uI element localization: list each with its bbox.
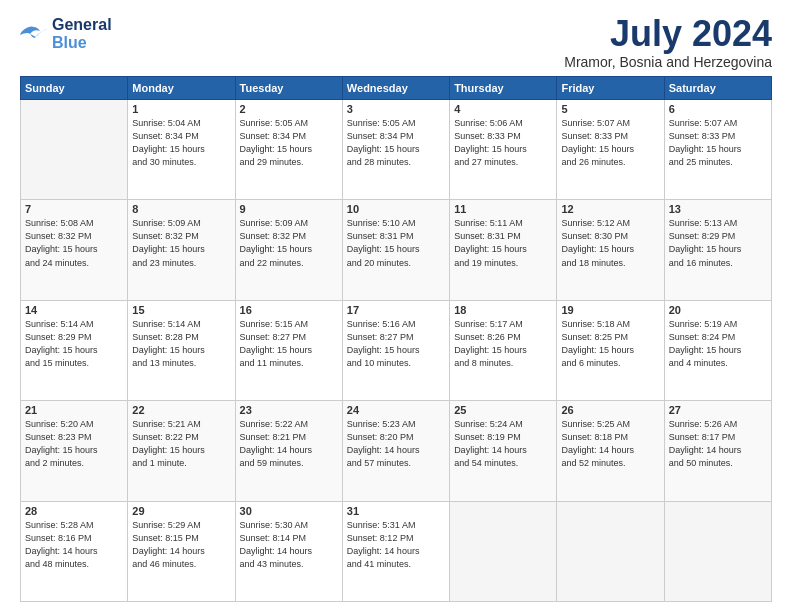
day-number: 24 (347, 404, 445, 416)
weekday-header-saturday: Saturday (664, 77, 771, 100)
day-info: Sunrise: 5:12 AM Sunset: 8:30 PM Dayligh… (561, 217, 659, 269)
day-info: Sunrise: 5:09 AM Sunset: 8:32 PM Dayligh… (240, 217, 338, 269)
day-number: 9 (240, 203, 338, 215)
day-info: Sunrise: 5:30 AM Sunset: 8:14 PM Dayligh… (240, 519, 338, 571)
day-info: Sunrise: 5:07 AM Sunset: 8:33 PM Dayligh… (561, 117, 659, 169)
day-number: 20 (669, 304, 767, 316)
weekday-header-wednesday: Wednesday (342, 77, 449, 100)
day-number: 3 (347, 103, 445, 115)
calendar-cell: 23Sunrise: 5:22 AM Sunset: 8:21 PM Dayli… (235, 401, 342, 501)
day-number: 13 (669, 203, 767, 215)
day-number: 15 (132, 304, 230, 316)
calendar-cell: 29Sunrise: 5:29 AM Sunset: 8:15 PM Dayli… (128, 501, 235, 601)
logo-icon (20, 23, 48, 45)
calendar-cell: 14Sunrise: 5:14 AM Sunset: 8:29 PM Dayli… (21, 300, 128, 400)
logo-text: General Blue (52, 16, 112, 52)
calendar-week-3: 14Sunrise: 5:14 AM Sunset: 8:29 PM Dayli… (21, 300, 772, 400)
calendar-cell: 4Sunrise: 5:06 AM Sunset: 8:33 PM Daylig… (450, 100, 557, 200)
calendar-cell: 17Sunrise: 5:16 AM Sunset: 8:27 PM Dayli… (342, 300, 449, 400)
day-number: 7 (25, 203, 123, 215)
title-block: July 2024 Mramor, Bosnia and Herzegovina (564, 16, 772, 70)
day-info: Sunrise: 5:23 AM Sunset: 8:20 PM Dayligh… (347, 418, 445, 470)
calendar-cell: 2Sunrise: 5:05 AM Sunset: 8:34 PM Daylig… (235, 100, 342, 200)
calendar-cell: 20Sunrise: 5:19 AM Sunset: 8:24 PM Dayli… (664, 300, 771, 400)
day-info: Sunrise: 5:14 AM Sunset: 8:29 PM Dayligh… (25, 318, 123, 370)
page: General Blue July 2024 Mramor, Bosnia an… (0, 0, 792, 612)
day-info: Sunrise: 5:14 AM Sunset: 8:28 PM Dayligh… (132, 318, 230, 370)
weekday-header-thursday: Thursday (450, 77, 557, 100)
day-number: 17 (347, 304, 445, 316)
calendar-cell: 9Sunrise: 5:09 AM Sunset: 8:32 PM Daylig… (235, 200, 342, 300)
weekday-header-friday: Friday (557, 77, 664, 100)
day-number: 2 (240, 103, 338, 115)
day-number: 18 (454, 304, 552, 316)
day-info: Sunrise: 5:21 AM Sunset: 8:22 PM Dayligh… (132, 418, 230, 470)
calendar-cell: 22Sunrise: 5:21 AM Sunset: 8:22 PM Dayli… (128, 401, 235, 501)
day-info: Sunrise: 5:05 AM Sunset: 8:34 PM Dayligh… (240, 117, 338, 169)
calendar-cell: 8Sunrise: 5:09 AM Sunset: 8:32 PM Daylig… (128, 200, 235, 300)
day-number: 1 (132, 103, 230, 115)
day-info: Sunrise: 5:26 AM Sunset: 8:17 PM Dayligh… (669, 418, 767, 470)
day-number: 29 (132, 505, 230, 517)
calendar-week-5: 28Sunrise: 5:28 AM Sunset: 8:16 PM Dayli… (21, 501, 772, 601)
day-info: Sunrise: 5:20 AM Sunset: 8:23 PM Dayligh… (25, 418, 123, 470)
calendar-cell: 3Sunrise: 5:05 AM Sunset: 8:34 PM Daylig… (342, 100, 449, 200)
day-number: 31 (347, 505, 445, 517)
day-info: Sunrise: 5:17 AM Sunset: 8:26 PM Dayligh… (454, 318, 552, 370)
calendar-week-4: 21Sunrise: 5:20 AM Sunset: 8:23 PM Dayli… (21, 401, 772, 501)
day-number: 12 (561, 203, 659, 215)
day-number: 14 (25, 304, 123, 316)
day-number: 8 (132, 203, 230, 215)
day-info: Sunrise: 5:04 AM Sunset: 8:34 PM Dayligh… (132, 117, 230, 169)
day-info: Sunrise: 5:13 AM Sunset: 8:29 PM Dayligh… (669, 217, 767, 269)
day-info: Sunrise: 5:31 AM Sunset: 8:12 PM Dayligh… (347, 519, 445, 571)
calendar-cell (664, 501, 771, 601)
day-number: 21 (25, 404, 123, 416)
calendar-cell: 31Sunrise: 5:31 AM Sunset: 8:12 PM Dayli… (342, 501, 449, 601)
day-number: 30 (240, 505, 338, 517)
weekday-header-sunday: Sunday (21, 77, 128, 100)
day-number: 6 (669, 103, 767, 115)
calendar-cell: 10Sunrise: 5:10 AM Sunset: 8:31 PM Dayli… (342, 200, 449, 300)
day-info: Sunrise: 5:25 AM Sunset: 8:18 PM Dayligh… (561, 418, 659, 470)
day-number: 4 (454, 103, 552, 115)
day-number: 5 (561, 103, 659, 115)
day-info: Sunrise: 5:08 AM Sunset: 8:32 PM Dayligh… (25, 217, 123, 269)
day-number: 28 (25, 505, 123, 517)
day-number: 25 (454, 404, 552, 416)
calendar-cell (450, 501, 557, 601)
weekday-header-tuesday: Tuesday (235, 77, 342, 100)
day-number: 19 (561, 304, 659, 316)
calendar-cell: 19Sunrise: 5:18 AM Sunset: 8:25 PM Dayli… (557, 300, 664, 400)
day-number: 22 (132, 404, 230, 416)
calendar-cell (21, 100, 128, 200)
location: Mramor, Bosnia and Herzegovina (564, 54, 772, 70)
calendar-cell: 27Sunrise: 5:26 AM Sunset: 8:17 PM Dayli… (664, 401, 771, 501)
day-info: Sunrise: 5:24 AM Sunset: 8:19 PM Dayligh… (454, 418, 552, 470)
logo: General Blue (20, 16, 112, 52)
calendar-week-2: 7Sunrise: 5:08 AM Sunset: 8:32 PM Daylig… (21, 200, 772, 300)
calendar-cell: 7Sunrise: 5:08 AM Sunset: 8:32 PM Daylig… (21, 200, 128, 300)
calendar-cell: 11Sunrise: 5:11 AM Sunset: 8:31 PM Dayli… (450, 200, 557, 300)
day-number: 26 (561, 404, 659, 416)
calendar-cell: 28Sunrise: 5:28 AM Sunset: 8:16 PM Dayli… (21, 501, 128, 601)
day-number: 23 (240, 404, 338, 416)
calendar-cell: 25Sunrise: 5:24 AM Sunset: 8:19 PM Dayli… (450, 401, 557, 501)
calendar-cell: 6Sunrise: 5:07 AM Sunset: 8:33 PM Daylig… (664, 100, 771, 200)
day-number: 10 (347, 203, 445, 215)
day-info: Sunrise: 5:09 AM Sunset: 8:32 PM Dayligh… (132, 217, 230, 269)
calendar-cell: 16Sunrise: 5:15 AM Sunset: 8:27 PM Dayli… (235, 300, 342, 400)
day-info: Sunrise: 5:11 AM Sunset: 8:31 PM Dayligh… (454, 217, 552, 269)
day-info: Sunrise: 5:28 AM Sunset: 8:16 PM Dayligh… (25, 519, 123, 571)
calendar-table: SundayMondayTuesdayWednesdayThursdayFrid… (20, 76, 772, 602)
calendar-cell: 12Sunrise: 5:12 AM Sunset: 8:30 PM Dayli… (557, 200, 664, 300)
day-number: 27 (669, 404, 767, 416)
calendar-cell: 5Sunrise: 5:07 AM Sunset: 8:33 PM Daylig… (557, 100, 664, 200)
calendar-cell: 15Sunrise: 5:14 AM Sunset: 8:28 PM Dayli… (128, 300, 235, 400)
day-info: Sunrise: 5:06 AM Sunset: 8:33 PM Dayligh… (454, 117, 552, 169)
calendar-cell: 30Sunrise: 5:30 AM Sunset: 8:14 PM Dayli… (235, 501, 342, 601)
day-number: 11 (454, 203, 552, 215)
day-info: Sunrise: 5:22 AM Sunset: 8:21 PM Dayligh… (240, 418, 338, 470)
day-info: Sunrise: 5:15 AM Sunset: 8:27 PM Dayligh… (240, 318, 338, 370)
calendar-cell: 13Sunrise: 5:13 AM Sunset: 8:29 PM Dayli… (664, 200, 771, 300)
